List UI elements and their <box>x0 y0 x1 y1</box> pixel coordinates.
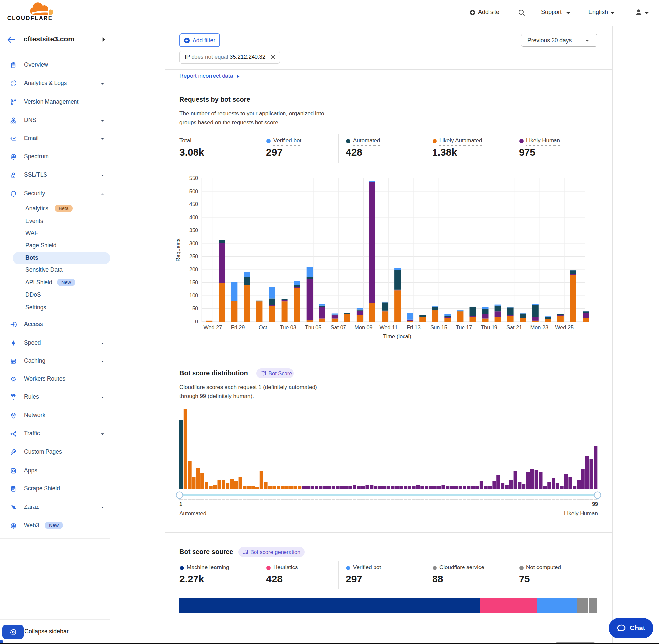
svg-text:Tue 03: Tue 03 <box>280 324 297 330</box>
svg-text:50: 50 <box>192 305 198 311</box>
svg-text:400: 400 <box>189 214 198 220</box>
svg-text:100: 100 <box>189 293 198 298</box>
svg-text:Wed 25: Wed 25 <box>555 324 573 330</box>
svg-text:Sun 15: Sun 15 <box>430 324 447 330</box>
svg-text:Automated: Automated <box>179 510 206 517</box>
svg-text:350: 350 <box>189 227 198 233</box>
svg-text:Fri 29: Fri 29 <box>231 324 245 330</box>
svg-text:550: 550 <box>189 175 198 181</box>
svg-text:150: 150 <box>189 279 198 285</box>
svg-text:99: 99 <box>592 501 598 507</box>
svg-text:450: 450 <box>189 201 198 207</box>
svg-text:Requests: Requests <box>175 238 181 261</box>
svg-text:Wed 11: Wed 11 <box>379 324 398 330</box>
svg-text:Thu 19: Thu 19 <box>481 324 497 330</box>
svg-text:200: 200 <box>189 267 198 272</box>
svg-text:Oct: Oct <box>259 324 267 330</box>
svg-text:500: 500 <box>189 188 198 194</box>
svg-text:250: 250 <box>189 253 198 259</box>
svg-text:Mon 23: Mon 23 <box>531 324 548 330</box>
svg-text:300: 300 <box>189 240 198 246</box>
svg-text:Sat 07: Sat 07 <box>331 324 346 330</box>
svg-text:1: 1 <box>179 501 182 507</box>
svg-text:Fri 13: Fri 13 <box>407 324 421 330</box>
svg-text:Sat 21: Sat 21 <box>507 324 522 330</box>
svg-text:Likely Human: Likely Human <box>564 510 598 517</box>
svg-text:Time (local): Time (local) <box>383 334 411 339</box>
svg-text:Mon 09: Mon 09 <box>354 324 372 330</box>
svg-text:Thu 05: Thu 05 <box>305 324 322 330</box>
svg-text:Wed 27: Wed 27 <box>204 324 222 330</box>
svg-text:Tue 17: Tue 17 <box>455 324 472 330</box>
svg-text:0: 0 <box>195 319 198 324</box>
